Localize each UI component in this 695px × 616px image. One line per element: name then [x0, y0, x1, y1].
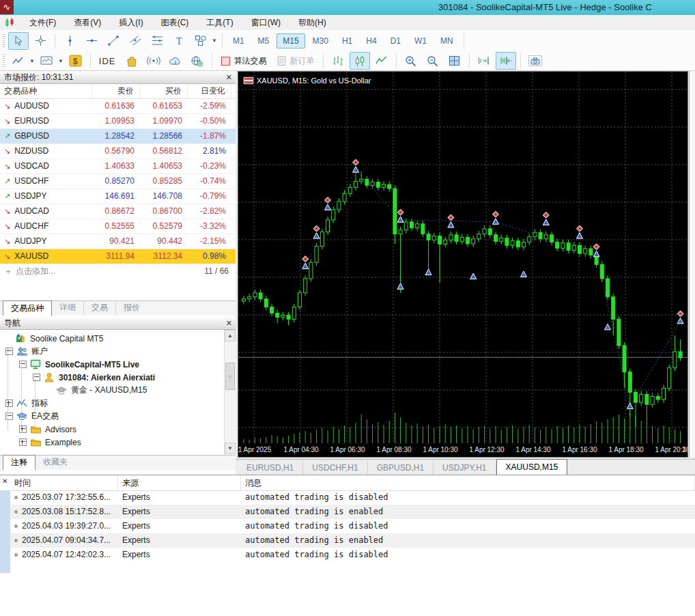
quote-row-usdjpy[interactable]: ↗USDJPY146.691146.708-0.79% — [0, 189, 236, 204]
collapse-icon[interactable] — [33, 374, 40, 381]
screenshot-icon[interactable] — [525, 52, 545, 70]
chart-tab-xauusd-m15[interactable]: XAUUSD,M15 — [496, 459, 568, 475]
timeframe-button-m30[interactable]: M30 — [307, 33, 335, 48]
horizontal-line-tool-icon[interactable] — [81, 32, 102, 50]
quote-row-eurusd[interactable]: ↘EURUSD1.099531.09970-0.50% — [0, 114, 236, 129]
market-icon[interactable] — [122, 52, 142, 70]
bar-chart-mode-icon[interactable] — [328, 52, 348, 70]
collapse-icon[interactable] — [5, 348, 13, 355]
tree-item-1[interactable]: 账户 — [0, 345, 236, 358]
menu-item-4[interactable]: 工具(T) — [197, 15, 242, 31]
new-order-button[interactable]: 新订单 — [272, 54, 320, 68]
menu-item-5[interactable]: 窗口(W) — [242, 15, 289, 31]
navigator-header[interactable]: 导航 ✕ — [0, 317, 236, 330]
quote-row-audjpy[interactable]: ↘AUDJPY90.42190.442-2.15% — [0, 234, 236, 249]
expand-icon[interactable] — [5, 400, 13, 407]
timeframe-button-m1[interactable]: M1 — [227, 33, 251, 48]
chart-tab-usdjpy-h1[interactable]: USDJPY,H1 — [434, 461, 496, 475]
journal-column-1[interactable]: 来源 — [118, 475, 241, 490]
zoom-in-icon[interactable] — [401, 52, 421, 70]
quote-row-audusd[interactable]: ↘AUDUSD0.616360.61653-2.59% — [0, 99, 236, 114]
market-watch-tab-2[interactable]: 交易 — [84, 300, 116, 315]
menu-item-3[interactable]: 图表(C) — [152, 15, 198, 31]
cloud-icon[interactable] — [165, 52, 186, 70]
chart-tab-gbpusd-h1[interactable]: GBPUSD,H1 — [368, 461, 434, 475]
zoom-out-icon[interactable] — [423, 52, 443, 70]
close-icon[interactable]: ✕ — [226, 71, 232, 83]
tree-item-8[interactable]: Examples — [0, 436, 236, 449]
navigator-tab-1[interactable]: 收藏夹 — [36, 455, 75, 469]
menu-item-1[interactable]: 查看(V) — [65, 15, 110, 31]
add-symbol-row[interactable]: ＋点击添加...11 / 66 — [0, 264, 236, 279]
expand-icon[interactable] — [19, 425, 27, 433]
close-icon[interactable]: ✕ — [226, 317, 232, 329]
tree-item-0[interactable]: Soolike Capital MT5 — [0, 332, 236, 345]
menu-item-0[interactable]: 文件(F) — [20, 15, 65, 31]
chevron-down-icon[interactable]: ▼ — [29, 58, 35, 64]
collapse-icon[interactable] — [19, 361, 27, 368]
cursor-tool-icon[interactable] — [8, 32, 29, 50]
chevron-down-icon[interactable]: ▼ — [212, 38, 217, 44]
menu-item-6[interactable]: 帮助(H) — [289, 15, 335, 31]
timeframe-button-h4[interactable]: H4 — [360, 33, 382, 48]
close-icon[interactable]: ✕ — [2, 477, 8, 485]
quote-row-usdcad[interactable]: ↘USDCAD1.406331.40653-0.23% — [0, 159, 236, 174]
journal-row-0[interactable]: 2025.03.07 17:32:55.6...Expertsautomated… — [10, 490, 695, 505]
market-watch-tab-3[interactable]: 报价 — [116, 300, 147, 315]
quote-row-nzdusd[interactable]: ↘NZDUSD0.567900.568122.81% — [0, 144, 236, 159]
channel-tool-icon[interactable] — [125, 32, 145, 50]
indicator-window-icon[interactable] — [37, 52, 57, 70]
navigator-tab-0[interactable]: 注释 — [3, 455, 36, 471]
journal-column-0[interactable]: 时间 — [10, 475, 118, 490]
tile-windows-icon[interactable] — [444, 52, 465, 70]
journal-row-2[interactable]: 2025.04.03 19:39:27.0...Expertsautomated… — [10, 519, 695, 533]
timeframe-button-m5[interactable]: M5 — [252, 33, 276, 48]
timeframe-button-m15[interactable]: M15 — [276, 33, 304, 48]
shapes-tool-icon[interactable] — [190, 32, 211, 50]
collapse-icon[interactable] — [5, 412, 13, 420]
timeframe-button-d1[interactable]: D1 — [384, 33, 407, 48]
market-watch-tab-1[interactable]: 详细 — [52, 300, 84, 315]
auto-scroll-icon[interactable] — [496, 52, 516, 70]
chart-shift-icon[interactable] — [474, 52, 494, 70]
algo-trading-button[interactable]: 算法交易 — [216, 54, 272, 68]
timeframe-button-h1[interactable]: H1 — [336, 33, 358, 48]
vertical-line-tool-icon[interactable] — [59, 32, 80, 50]
chart-tab-usdchf-h1[interactable]: USDCHF,H1 — [303, 461, 367, 475]
market-watch-tab-0[interactable]: 交易品种 — [3, 300, 52, 316]
line-chart-mode-icon[interactable] — [371, 52, 392, 70]
tree-item-2[interactable]: SoolikeCapital-MT5 Live — [0, 358, 236, 371]
community-icon[interactable] — [187, 52, 208, 70]
deposit-icon[interactable]: $ — [66, 52, 86, 70]
scroll-up-icon[interactable]: ▲ — [225, 330, 236, 341]
trendline-tool-icon[interactable] — [103, 32, 124, 50]
text-tool-icon[interactable]: T — [169, 32, 189, 50]
chart-type-line-icon[interactable] — [8, 52, 29, 70]
signals-icon[interactable] — [143, 52, 164, 70]
journal-row-4[interactable]: 2025.04.07 12:42:02.3...Expertsautomated… — [10, 548, 695, 562]
timeframe-button-w1[interactable]: W1 — [408, 33, 433, 48]
column-header-3[interactable]: 日变化 — [188, 84, 231, 98]
title-bar[interactable]: ∿ 301084 - SoolikeCapital-MT5 Live - Hed… — [0, 0, 695, 15]
quote-row-gbpusd[interactable]: ↗GBPUSD1.285421.28566-1.87% — [0, 129, 236, 144]
crosshair-tool-icon[interactable] — [30, 32, 51, 50]
column-header-1[interactable]: 卖价 — [92, 84, 140, 98]
chart-window[interactable]: 1 Apr 20251 Apr 04:301 Apr 06:301 Apr 08… — [238, 71, 688, 458]
journal-row-1[interactable]: 2025.03.08 15:17:52.8...Expertsautomated… — [10, 505, 695, 519]
candle-chart-mode-icon[interactable] — [350, 52, 370, 70]
quote-row-xauusd[interactable]: ↘XAUUSD3111.943112.340.98% — [0, 249, 236, 264]
navigator-scrollbar[interactable]: ▲ ≡ ▼ — [224, 330, 236, 454]
expand-icon[interactable] — [19, 438, 27, 446]
fibonacci-tool-icon[interactable] — [147, 32, 167, 50]
quote-row-usdchf[interactable]: ↗USDCHF0.852700.85285-0.74% — [0, 174, 236, 189]
quote-row-audchf[interactable]: ↘AUDCHF0.525550.52579-3.32% — [0, 219, 236, 234]
scrollbar-thumb[interactable]: ≡ — [225, 363, 235, 390]
menu-item-2[interactable]: 插入(I) — [110, 15, 152, 31]
chevron-down-icon[interactable]: ▼ — [58, 58, 63, 64]
price-chart[interactable]: 1 Apr 20251 Apr 04:301 Apr 06:301 Apr 08… — [238, 72, 687, 457]
journal-row-3[interactable]: 2025.04.07 09:04:34.7...Expertsautomated… — [10, 533, 695, 548]
column-header-2[interactable]: 买价 — [140, 84, 188, 98]
quote-row-audcad[interactable]: ↘AUDCAD0.866720.86700-2.82% — [0, 204, 236, 219]
journal-column-2[interactable]: 消息 — [241, 475, 695, 490]
market-watch-header[interactable]: 市场报价: 10:31:31 ✕ — [0, 71, 236, 84]
